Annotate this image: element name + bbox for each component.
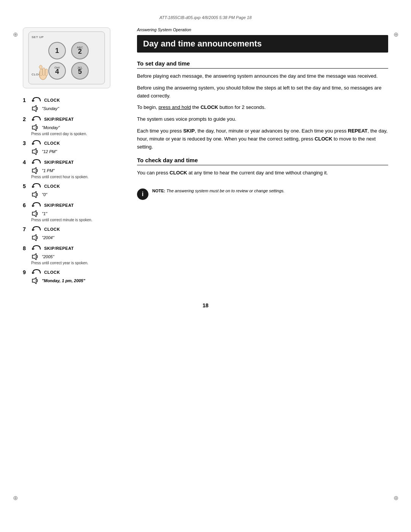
step-9: 9 CLOCK bbox=[23, 268, 122, 284]
note-box: i NOTE: The answering system must be on … bbox=[137, 185, 388, 203]
svg-rect-16 bbox=[43, 68, 45, 75]
steps-list: 1 CLOCK bbox=[23, 96, 122, 284]
clock-btn-icon-7 bbox=[31, 225, 42, 233]
step-6-note: Press until correct minute is spoken. bbox=[31, 218, 122, 222]
step-8-label: SKIP/REPEAT bbox=[44, 246, 74, 251]
clock-btn-icon-3 bbox=[31, 139, 42, 147]
speaker-icon-1 bbox=[31, 105, 40, 112]
skip-btn-icon-6 bbox=[31, 201, 42, 209]
speaker-icon-9 bbox=[31, 277, 40, 284]
reg-mark-top-left bbox=[11, 30, 19, 38]
step-6-voice: "1" bbox=[42, 211, 47, 216]
info-icon: i bbox=[137, 189, 148, 200]
step-4-number: 4 bbox=[23, 159, 30, 165]
reg-mark-bottom-left bbox=[11, 494, 19, 502]
step-6-number: 6 bbox=[23, 202, 30, 208]
speaker-icon-8 bbox=[31, 253, 40, 260]
step-2-number: 2 bbox=[23, 116, 30, 122]
svg-text:4: 4 bbox=[55, 68, 59, 75]
svg-marker-22 bbox=[32, 168, 36, 174]
body-text-5: Each time you press SKIP, the day, hour,… bbox=[137, 127, 388, 151]
step-7-voice: "2004" bbox=[42, 235, 54, 240]
body-text-6: You can press CLOCK at any time to hear … bbox=[137, 169, 388, 177]
step-6: 6 SKIP/REPEAT bbox=[23, 201, 122, 222]
step-8-voice: "2005" bbox=[42, 254, 54, 259]
step-1-voice-row: "Sunday" bbox=[31, 105, 122, 112]
step-3: 3 CLOCK bbox=[23, 139, 122, 155]
body-text-2: Before using the answering system, you s… bbox=[137, 84, 388, 100]
note-label: NOTE: bbox=[152, 189, 165, 193]
body-text-4: The system uses voice prompts to guide y… bbox=[137, 115, 388, 123]
skip-btn-icon-4 bbox=[31, 158, 42, 166]
step-8-voice-row: "2005" bbox=[31, 253, 122, 260]
step-3-label: CLOCK bbox=[44, 141, 60, 145]
step-4-label: SKIP/REPEAT bbox=[44, 160, 74, 165]
step-2-voice: "Monday" bbox=[42, 125, 60, 130]
speaker-icon-7 bbox=[31, 234, 40, 241]
keypad-illustration: SET UP 1 ABC 2 GHI 4 JKL 5 bbox=[23, 27, 110, 88]
svg-marker-23 bbox=[32, 192, 36, 198]
step-4-voice-row: "1 PM" bbox=[31, 167, 122, 174]
step-6-label: SKIP/REPEAT bbox=[44, 203, 74, 208]
svg-marker-26 bbox=[32, 254, 36, 260]
reg-mark-bottom-right bbox=[392, 494, 400, 502]
step-1-label: CLOCK bbox=[44, 98, 60, 102]
left-column: SET UP 1 ABC 2 GHI 4 JKL 5 bbox=[23, 27, 122, 287]
step-2-note: Press until correct day is spoken. bbox=[31, 132, 122, 136]
svg-rect-15 bbox=[40, 69, 42, 76]
skip-btn-icon-2 bbox=[31, 115, 42, 123]
svg-text:SET UP: SET UP bbox=[32, 35, 44, 39]
step-9-label: CLOCK bbox=[44, 270, 60, 275]
subsection-check-day-time: To check day and time bbox=[137, 157, 388, 165]
step-8-number: 8 bbox=[23, 245, 30, 251]
step-3-number: 3 bbox=[23, 140, 30, 146]
body-text-3: To begin, press and hold the CLOCK butto… bbox=[137, 104, 388, 112]
page-number: 18 bbox=[23, 302, 388, 308]
step-9-voice-row: "Monday, 1 pm, 2005" bbox=[31, 277, 122, 284]
step-1-number: 1 bbox=[23, 97, 30, 103]
step-4-note: Press until correct hour is spoken. bbox=[31, 175, 122, 179]
step-2-label: SKIP/REPEAT bbox=[44, 117, 74, 121]
reg-mark-top-right bbox=[392, 30, 400, 38]
step-2: 2 SKIP/REPEAT bbox=[23, 115, 122, 136]
right-column: Answering System Operation Day and time … bbox=[137, 27, 388, 287]
page-container: ATT-1855CIB-d05.qxp 4/8/2005 5:38 PM Pag… bbox=[0, 0, 411, 532]
step-3-voice-row: "12 PM" bbox=[31, 148, 122, 155]
step-5: 5 CLOCK bbox=[23, 182, 122, 198]
note-content: The answering system must be on to revie… bbox=[166, 189, 285, 193]
subsection-set-day-time: To set day and time bbox=[137, 60, 388, 69]
page-meta: ATT-1855CIB-d05.qxp 4/8/2005 5:38 PM Pag… bbox=[23, 15, 388, 20]
svg-text:5: 5 bbox=[78, 68, 82, 75]
step-4-voice: "1 PM" bbox=[42, 168, 54, 173]
step-7-number: 7 bbox=[23, 226, 30, 232]
speaker-icon-5 bbox=[31, 191, 40, 198]
step-6-voice-row: "1" bbox=[31, 210, 122, 217]
step-5-number: 5 bbox=[23, 183, 30, 189]
svg-marker-21 bbox=[32, 149, 36, 155]
content-area: SET UP 1 ABC 2 GHI 4 JKL 5 bbox=[23, 27, 388, 287]
step-5-voice: "0" bbox=[42, 192, 47, 197]
section-label: Answering System Operation bbox=[137, 27, 388, 32]
step-7-voice-row: "2004" bbox=[31, 234, 122, 241]
speaker-icon-4 bbox=[31, 167, 40, 174]
note-text: NOTE: The answering system must be on to… bbox=[152, 188, 285, 194]
step-8: 8 SKIP/REPEAT bbox=[23, 244, 122, 265]
svg-point-18 bbox=[39, 65, 42, 69]
svg-marker-19 bbox=[32, 105, 36, 112]
page-title: Day and time announcements bbox=[137, 35, 388, 53]
svg-marker-25 bbox=[32, 235, 36, 241]
step-1: 1 CLOCK bbox=[23, 96, 122, 112]
step-7-label: CLOCK bbox=[44, 227, 60, 232]
step-9-voice: "Monday, 1 pm, 2005" bbox=[42, 278, 85, 283]
svg-marker-27 bbox=[32, 278, 36, 284]
step-9-number: 9 bbox=[23, 269, 30, 275]
svg-text:2: 2 bbox=[78, 48, 82, 55]
skip-btn-icon-8 bbox=[31, 244, 42, 252]
clock-btn-icon-9 bbox=[31, 268, 42, 276]
step-3-voice: "12 PM" bbox=[42, 149, 57, 154]
clock-btn-icon-5 bbox=[31, 182, 42, 190]
svg-rect-17 bbox=[45, 69, 48, 76]
step-1-voice: "Sunday" bbox=[42, 106, 59, 111]
clock-btn-icon-1 bbox=[31, 96, 42, 104]
svg-marker-20 bbox=[32, 125, 36, 131]
